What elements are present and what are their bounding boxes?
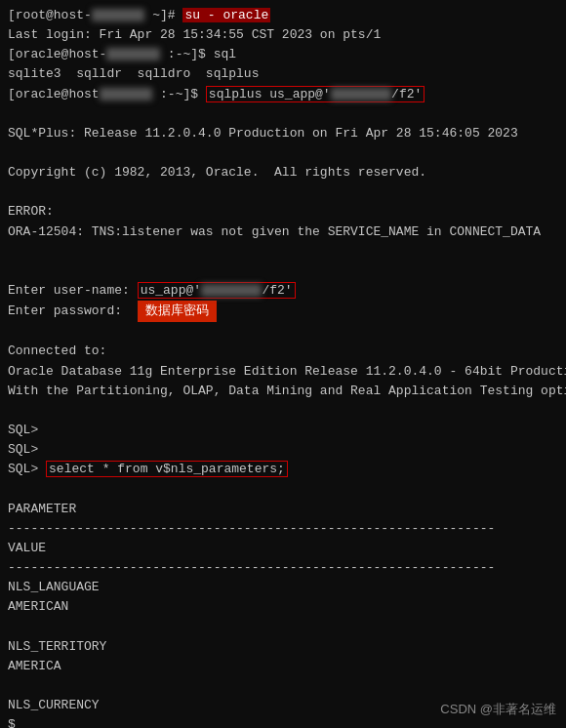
- nls-language-text: NLS_LANGUAGE: [8, 580, 100, 594]
- value-col-text: VALUE: [8, 541, 46, 555]
- line-last-login: Last login: Fri Apr 28 15:34:55 CST 2023…: [8, 25, 558, 45]
- hostname-blur-1: xxxxxxx: [92, 9, 145, 21]
- dashes-2-text: ----------------------------------------…: [8, 560, 495, 575]
- password-hint-box: 数据库密码: [138, 301, 217, 322]
- nls-territory-text: NLS_TERRITORY: [8, 639, 106, 654]
- root-prompt-prefix: [root@host-: [8, 8, 92, 22]
- line-empty-10: [8, 676, 558, 696]
- watermark: CSDN @非著名运维: [440, 701, 556, 718]
- sql-prompt-2: SQL>: [8, 442, 38, 457]
- oracle-prompt-mid: :-~]$ sql: [160, 47, 236, 61]
- sql-prompt-3: SQL>: [8, 462, 38, 476]
- copyright-text: Copyright (c) 1982, 2013, Oracle. All ri…: [8, 165, 426, 180]
- line-sqlite-row: sqlite3 sqlldr sqlldro sqlplus: [8, 64, 558, 84]
- oracle-prompt2-mid: :-~]$: [152, 87, 206, 101]
- line-empty-3: [8, 182, 558, 202]
- line-dashes-1: ----------------------------------------…: [8, 519, 558, 539]
- sqlite-row-text: sqlite3 sqlldr sqlldro sqlplus: [8, 66, 259, 81]
- line-connected-to: Connected to:: [8, 342, 558, 361]
- line-value-col: VALUE: [8, 539, 558, 558]
- line-su-command: [root@host-xxxxxxx ~]# su - oracle: [8, 6, 558, 25]
- sqlplus-cmd-text: sqlplus us_app@': [209, 87, 331, 101]
- ip-blur-1: xxxxxxxx: [331, 88, 391, 101]
- line-sqlplus-cmd: [oracle@hostxxxxxxx :-~]$ sqlplus us_app…: [8, 85, 558, 104]
- ip-blur-2: xxxxxxxx: [201, 284, 262, 297]
- ora-error-text: ORA-12504: TNS:listener was not given th…: [8, 224, 541, 239]
- line-empty-8: [8, 479, 558, 499]
- enter-username-label: Enter user-name:: [8, 283, 138, 298]
- line-sqlplus-release: SQL*Plus: Release 11.2.0.4.0 Production …: [8, 124, 558, 143]
- terminal-window: [root@host-xxxxxxx ~]# su - oracle Last …: [0, 0, 566, 728]
- sql-command-gap: [38, 462, 46, 476]
- sql-prompt-1: SQL>: [8, 423, 38, 437]
- last-login-text: Last login: Fri Apr 28 15:34:55 CST 2023…: [8, 27, 381, 42]
- line-empty-9: [8, 617, 558, 636]
- oracle-prompt-prefix: [oracle@host-: [8, 47, 106, 61]
- line-sql-blank1: SQL>: [8, 421, 558, 440]
- username-highlight: us_app@'xxxxxxxx/f2': [138, 282, 296, 299]
- line-nls-language: NLS_LANGUAGE: [8, 578, 558, 597]
- line-empty-7: [8, 401, 558, 421]
- dollar-text: $: [8, 717, 16, 728]
- nls-currency-text: NLS_CURRENCY: [8, 698, 100, 712]
- line-american: AMERICAN: [8, 597, 558, 617]
- line-oracle-opts: With the Partitioning, OLAP, Data Mining…: [8, 382, 558, 401]
- sqlplus-suffix: /f2': [391, 87, 422, 101]
- line-ora-error: ORA-12504: TNS:listener was not given th…: [8, 222, 558, 242]
- connected-to-text: Connected to:: [8, 344, 106, 358]
- oracle-prompt2-prefix: [oracle@host: [8, 87, 100, 101]
- su-command-highlight: su - oracle: [182, 8, 270, 22]
- username-value: us_app@': [141, 283, 201, 298]
- line-error-label: ERROR:: [8, 202, 558, 222]
- line-empty-6: [8, 322, 558, 342]
- line-enter-password: Enter password: 数据库密码: [8, 301, 558, 322]
- sqlplus-release-text: SQL*Plus: Release 11.2.0.4.0 Production …: [8, 126, 518, 141]
- hostname-blur-3: xxxxxxx: [100, 88, 153, 101]
- parameter-col-text: PARAMETER: [8, 502, 76, 516]
- oracle-opts-text: With the Partitioning, OLAP, Data Mining…: [8, 384, 566, 398]
- error-label-text: ERROR:: [8, 204, 54, 219]
- line-enter-username: Enter user-name: us_app@'xxxxxxxx/f2': [8, 281, 558, 301]
- america-text: AMERICA: [8, 659, 61, 673]
- line-sql-blank2: SQL>: [8, 440, 558, 460]
- sqlplus-cmd-highlight: sqlplus us_app@'xxxxxxxx/f2': [206, 86, 424, 102]
- sql-command-text: select * from v$nls_parameters;: [49, 462, 285, 476]
- line-america: AMERICA: [8, 657, 558, 676]
- line-empty-2: [8, 143, 558, 163]
- line-empty-1: [8, 104, 558, 124]
- line-oracle-db: Oracle Database 11g Enterprise Edition R…: [8, 362, 558, 382]
- line-empty-4: [8, 242, 558, 262]
- line-dashes-2: ----------------------------------------…: [8, 558, 558, 578]
- username-suffix: /f2': [262, 283, 292, 298]
- enter-password-label: Enter password:: [8, 303, 122, 318]
- watermark-text: CSDN @非著名运维: [440, 702, 556, 716]
- line-parameter-col: PARAMETER: [8, 500, 558, 519]
- line-empty-5: [8, 262, 558, 281]
- hostname-blur-2: xxxxxxx: [106, 48, 160, 61]
- american-text: AMERICAN: [8, 599, 68, 614]
- line-sql-command: SQL> select * from v$nls_parameters;: [8, 460, 558, 479]
- sql-select-highlight: select * from v$nls_parameters;: [46, 461, 288, 477]
- dashes-1-text: ----------------------------------------…: [8, 521, 495, 536]
- root-prompt-suffix: ~]#: [144, 8, 182, 22]
- oracle-db-text: Oracle Database 11g Enterprise Edition R…: [8, 364, 566, 379]
- line-nls-territory: NLS_TERRITORY: [8, 637, 558, 657]
- line-copyright: Copyright (c) 1982, 2013, Oracle. All ri…: [8, 163, 558, 182]
- line-oracle-prompt: [oracle@host-xxxxxxx :-~]$ sql: [8, 45, 558, 64]
